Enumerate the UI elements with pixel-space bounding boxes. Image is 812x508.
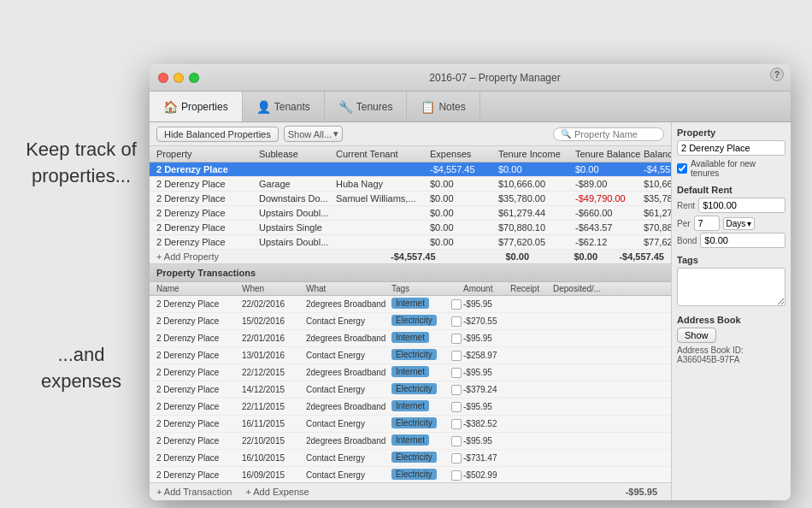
trans-row[interactable]: 2 Derenzy Place 22/02/2016 2degrees Broa… xyxy=(150,296,671,313)
receipt-checkbox[interactable] xyxy=(451,299,462,310)
property-row-2[interactable]: 2 Derenzy Place Downstairs Do... Samuel … xyxy=(150,192,671,206)
chevron-down-icon: ▾ xyxy=(747,219,751,228)
search-input[interactable] xyxy=(574,129,660,139)
tab-tenants[interactable]: 👤 Tenants xyxy=(243,92,325,121)
property-row-4[interactable]: 2 Derenzy Place Upstairs Single $0.00 $7… xyxy=(150,221,671,235)
trans-row[interactable]: 2 Derenzy Place 16/10/2015 Contact Energ… xyxy=(150,450,671,467)
receipt-checkbox[interactable] xyxy=(451,419,462,429)
total-total: -$4,557.45 xyxy=(604,251,664,262)
properties-icon: 🏠 xyxy=(163,100,178,114)
tag-electricity: Electricity xyxy=(391,469,437,480)
rent-input[interactable] xyxy=(698,198,786,213)
receipt-checkbox[interactable] xyxy=(451,436,462,446)
property-section-title: Property xyxy=(677,127,786,138)
tab-tenants-label: Tenants xyxy=(274,101,310,113)
per-input[interactable] xyxy=(694,216,720,231)
tags-title: Tags xyxy=(677,255,786,265)
app-window: 2016-07 – Property Manager ? 🏠 Propertie… xyxy=(150,64,791,500)
receipt-checkbox[interactable] xyxy=(451,316,462,327)
toolbar: Hide Balanced Properties Show All... ▾ 🔍 xyxy=(150,122,671,146)
property-name-input[interactable] xyxy=(677,140,786,156)
receipt-checkbox[interactable] xyxy=(451,402,462,412)
show-all-select[interactable]: Show All... ▾ xyxy=(284,126,343,142)
side-text-expenses: ...and expenses xyxy=(26,342,137,395)
close-button[interactable] xyxy=(158,73,168,83)
trans-row[interactable]: 2 Derenzy Place 22/01/2016 2degrees Broa… xyxy=(150,330,671,347)
receipt-checkbox[interactable] xyxy=(451,368,462,378)
side-text-keep-track: Keep track of properties... xyxy=(26,137,137,190)
rent-label: Rent xyxy=(677,201,695,210)
total-balance: $0.00 xyxy=(536,251,604,262)
tags-textarea[interactable] xyxy=(677,268,786,306)
days-select[interactable]: Days ▾ xyxy=(723,217,756,230)
add-expense-button[interactable]: + Add Expense xyxy=(245,487,309,497)
col-sublease: Sublease xyxy=(259,149,336,159)
trans-row[interactable]: 2 Derenzy Place 14/12/2015 Contact Energ… xyxy=(150,381,671,399)
trans-row[interactable]: 2 Derenzy Place 22/10/2015 2degrees Broa… xyxy=(150,433,671,450)
tag-electricity: Electricity xyxy=(391,383,437,394)
tag-electricity: Electricity xyxy=(391,349,437,360)
available-checkbox[interactable] xyxy=(677,163,687,174)
bond-label: Bond xyxy=(677,236,697,245)
add-property-label[interactable]: + Add Property xyxy=(156,251,391,262)
properties-table-header: Property Sublease Current Tenant Expense… xyxy=(150,146,671,162)
tab-properties-label: Properties xyxy=(181,101,228,113)
tab-tenures[interactable]: 🔧 Tenures xyxy=(325,92,408,121)
receipt-checkbox[interactable] xyxy=(451,453,462,464)
tag-electricity: Electricity xyxy=(391,315,437,326)
tag-electricity: Electricity xyxy=(391,417,437,428)
trans-row[interactable]: 2 Derenzy Place 13/01/2016 Contact Energ… xyxy=(150,347,671,364)
trans-row[interactable]: 2 Derenzy Place 16/11/2015 Contact Energ… xyxy=(150,416,671,433)
chevron-down-icon: ▾ xyxy=(333,128,338,139)
address-book-id-label: Address Book ID: A366045B-97FA xyxy=(677,346,786,364)
left-panel: Hide Balanced Properties Show All... ▾ 🔍… xyxy=(150,122,671,500)
trans-row[interactable]: 2 Derenzy Place 22/11/2015 2degrees Broa… xyxy=(150,399,671,416)
col-total: Balance↓ xyxy=(644,149,671,159)
property-section: Property Available for new tenures xyxy=(677,127,786,178)
title-bar: 2016-07 – Property Manager ? xyxy=(150,64,791,92)
bond-input[interactable] xyxy=(700,233,786,248)
hide-balanced-button[interactable]: Hide Balanced Properties xyxy=(156,127,279,142)
tenants-icon: 👤 xyxy=(256,100,271,114)
transaction-total: -$95.95 xyxy=(626,487,657,497)
maximize-button[interactable] xyxy=(189,73,199,83)
trans-row[interactable]: 2 Derenzy Place 22/12/2015 2degrees Broa… xyxy=(150,364,671,381)
default-rent-section: Default Rent Rent Per Days ▾ xyxy=(677,185,786,248)
tab-properties[interactable]: 🏠 Properties xyxy=(150,92,243,121)
tab-notes[interactable]: 📋 Notes xyxy=(407,92,480,121)
receipt-checkbox[interactable] xyxy=(451,351,462,361)
col-balance: Tenure Balance xyxy=(575,149,644,159)
search-box[interactable]: 🔍 xyxy=(553,127,664,141)
minimize-button[interactable] xyxy=(174,73,184,83)
tab-notes-label: Notes xyxy=(438,101,465,113)
receipt-checkbox[interactable] xyxy=(451,470,462,481)
trans-row[interactable]: 2 Derenzy Place 15/02/2016 Contact Energ… xyxy=(150,313,671,330)
trans-row[interactable]: 2 Derenzy Place 16/09/2015 Contact Energ… xyxy=(150,467,671,482)
help-button[interactable]: ? xyxy=(770,68,784,81)
col-property: Property xyxy=(156,149,259,159)
tag-internet: Internet xyxy=(391,366,429,377)
receipt-checkbox[interactable] xyxy=(451,385,462,395)
address-book-section: Address Book Show Address Book ID: A3660… xyxy=(677,315,786,364)
tenures-icon: 🔧 xyxy=(338,100,353,114)
default-rent-title: Default Rent xyxy=(677,185,786,195)
transactions-table: Name When What Tags Amount Receipt Depos… xyxy=(150,282,671,482)
add-transaction-button[interactable]: + Add Transaction xyxy=(156,487,232,497)
address-book-title: Address Book xyxy=(677,315,786,325)
tag-internet: Internet xyxy=(391,400,429,411)
tag-electricity: Electricity xyxy=(391,452,437,463)
transactions-header: Name When What Tags Amount Receipt Depos… xyxy=(150,282,671,296)
show-address-book-button[interactable]: Show xyxy=(677,328,716,343)
property-row-0[interactable]: 2 Derenzy Place -$4,557.45 $0.00 $0.00 -… xyxy=(150,162,671,177)
tab-tenures-label: Tenures xyxy=(356,101,393,113)
tag-internet: Internet xyxy=(391,298,429,309)
col-tenant: Current Tenant xyxy=(336,149,430,159)
main-content: Hide Balanced Properties Show All... ▾ 🔍… xyxy=(150,122,791,500)
per-label: Per xyxy=(677,219,691,228)
right-panel: Property Available for new tenures Defau… xyxy=(671,122,791,500)
property-row-1[interactable]: 2 Derenzy Place Garage Huba Nagy $0.00 $… xyxy=(150,177,671,192)
receipt-checkbox[interactable] xyxy=(451,334,462,344)
property-row-3[interactable]: 2 Derenzy Place Upstairs Doubl... $0.00 … xyxy=(150,206,671,221)
tag-internet: Internet xyxy=(391,332,429,343)
property-row-5[interactable]: 2 Derenzy Place Upstairs Doubl... $0.00 … xyxy=(150,235,671,250)
